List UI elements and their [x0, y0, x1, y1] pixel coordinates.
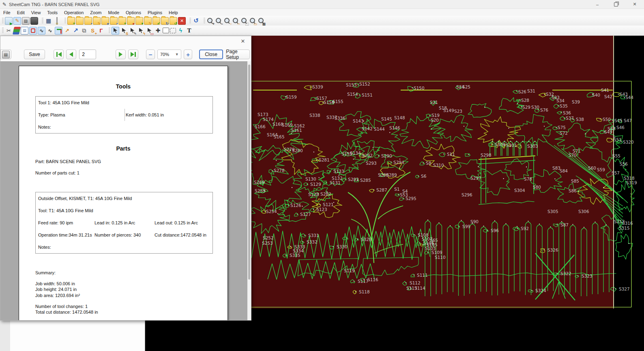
print-button[interactable]: ▤	[0, 50, 11, 59]
zoom-part-icon[interactable]	[223, 17, 231, 25]
save-job-icon[interactable]	[84, 17, 92, 25]
first-page-button[interactable]	[54, 50, 64, 59]
zoom-select[interactable]: 70%▼	[157, 50, 181, 59]
run-op-icon[interactable]	[152, 17, 160, 25]
part-label: S45	[614, 118, 623, 123]
zoom-out-icon[interactable]	[215, 17, 223, 25]
move-part-icon[interactable]: ↗	[72, 27, 79, 34]
part-label: S148	[394, 115, 405, 120]
select-cursor-icon[interactable]	[112, 27, 119, 34]
select-pen-icon[interactable]	[129, 27, 136, 34]
grip-handle[interactable]	[109, 28, 110, 34]
delete-op-icon[interactable]: ✕	[178, 17, 186, 25]
toolbar-edit: ✂▤∿∿↗↗⧉SΓ✚ϟT	[0, 26, 644, 36]
drawing-canvas[interactable]: S339S152S153S151S154S150S159S157S156S155…	[251, 36, 644, 351]
prev-page-button[interactable]	[66, 50, 76, 59]
grip-handle[interactable]	[204, 18, 205, 24]
grip-handle[interactable]	[42, 18, 43, 24]
part-label: S36	[563, 110, 571, 115]
menu-zoom[interactable]: Zoom	[87, 10, 105, 15]
corner-tool-icon[interactable]: Γ	[97, 27, 105, 34]
part-label: S322	[560, 271, 571, 276]
zoom-in-button[interactable]: +	[184, 50, 193, 59]
next-page-button[interactable]	[116, 50, 126, 59]
preview-scrollbar[interactable]	[247, 61, 251, 320]
cut-view-icon[interactable]: ✂	[5, 27, 13, 34]
menu-options[interactable]: Options	[122, 10, 144, 15]
part-label: S142	[362, 126, 373, 131]
dialog-close-icon[interactable]: ✕	[238, 37, 248, 45]
edit-points-icon[interactable]: ∿	[38, 27, 45, 34]
minimize-button[interactable]: –	[588, 0, 607, 9]
measure-icon[interactable]: ϟ	[177, 27, 185, 34]
edit-segments-icon[interactable]: ∿	[46, 27, 54, 34]
save-op-icon[interactable]	[135, 17, 143, 25]
add-shape-icon[interactable]: S	[89, 27, 97, 34]
machine-bed-icon[interactable]: ⧉	[80, 27, 88, 34]
new-job-icon[interactable]	[67, 17, 75, 25]
grow-part-icon[interactable]: ↗	[63, 27, 71, 34]
edit-notes-icon[interactable]: ✎	[13, 17, 21, 25]
run-post-icon[interactable]	[5, 17, 13, 25]
undo-icon[interactable]: ↺	[192, 17, 200, 25]
restore-button[interactable]	[607, 0, 625, 9]
move-tool-icon[interactable]: ✚	[154, 27, 162, 34]
plotter-icon[interactable]	[30, 17, 38, 25]
rect-select-icon[interactable]	[163, 28, 169, 33]
menu-file[interactable]: File	[0, 10, 14, 15]
show-parts-icon[interactable]	[55, 27, 62, 34]
save-part-icon[interactable]	[110, 17, 118, 25]
grip-handle[interactable]	[189, 18, 191, 24]
part-label: S145	[381, 116, 392, 121]
zoom-sheet-icon[interactable]	[249, 17, 257, 25]
zoom-extents-icon[interactable]	[240, 17, 248, 25]
zoom-out-button[interactable]: −	[146, 50, 155, 59]
select-fast-icon[interactable]	[137, 27, 145, 34]
print-icon[interactable]: ▤	[22, 17, 30, 25]
update-op-icon[interactable]	[161, 17, 169, 25]
edit-job-icon[interactable]	[93, 17, 101, 25]
part-label: S99	[462, 224, 470, 229]
zoom-all-parts-icon[interactable]	[232, 17, 240, 25]
grip-handle[interactable]	[2, 18, 4, 24]
lead-in: Lead in: 0.125 in Arc	[94, 220, 155, 225]
edit-op-icon[interactable]	[144, 17, 152, 25]
menu-edit[interactable]: Edit	[14, 10, 28, 15]
new-op-icon[interactable]	[118, 17, 126, 25]
open-part-icon[interactable]	[101, 17, 109, 25]
select-shape-icon[interactable]	[120, 27, 128, 34]
refresh-parts-icon[interactable]	[170, 17, 177, 25]
close-button[interactable]: ✕	[625, 0, 644, 9]
text-tool-icon[interactable]: T	[185, 27, 193, 34]
menu-mode[interactable]: Mode	[105, 10, 122, 15]
last-page-button[interactable]	[128, 50, 138, 59]
copy-op-icon[interactable]	[127, 17, 135, 25]
grip-handle[interactable]	[64, 18, 66, 24]
rubber-band-icon[interactable]	[170, 28, 176, 33]
menu-view[interactable]: View	[28, 10, 44, 15]
close-preview-button[interactable]: Close	[199, 50, 223, 59]
layers-icon[interactable]	[13, 27, 21, 34]
select-contour-icon[interactable]	[146, 27, 153, 34]
part-label: S29	[522, 105, 530, 110]
open-job-icon[interactable]	[76, 17, 84, 25]
show-cut-paths-icon[interactable]	[29, 27, 37, 34]
zoom-in-icon[interactable]	[206, 17, 214, 25]
scrollbar-thumb[interactable]	[248, 65, 250, 280]
menu-operation[interactable]: Operation	[61, 10, 87, 15]
save-button[interactable]: Save	[24, 50, 45, 59]
page-setup-button[interactable]: Page Setup	[226, 50, 250, 59]
page-number-input[interactable]	[79, 50, 96, 59]
part-label: S146	[389, 125, 400, 130]
zoom-machine-icon[interactable]	[258, 17, 265, 25]
material-options-icon[interactable]: ▤	[21, 27, 28, 34]
grip-handle[interactable]	[2, 28, 4, 34]
calculator-icon[interactable]: ▦	[45, 17, 52, 25]
tools-box: Tool 1: 45A 10G Fine Mild Type: Plasma K…	[35, 96, 213, 134]
menu-plugins[interactable]: Plugins	[144, 10, 165, 15]
part-label: S34	[556, 98, 565, 103]
simulate-torch-icon[interactable]	[53, 17, 61, 25]
menu-tools[interactable]: Tools	[44, 10, 61, 15]
part-label: S332	[307, 239, 318, 244]
menu-help[interactable]: Help	[165, 10, 181, 15]
